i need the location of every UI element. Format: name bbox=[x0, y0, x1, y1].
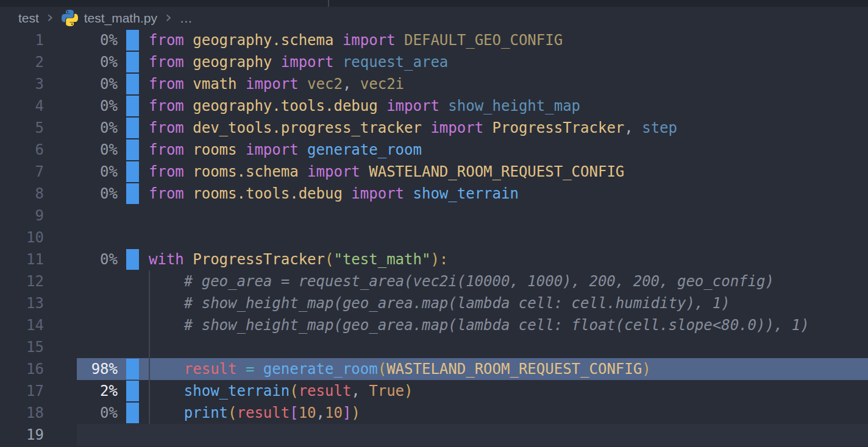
profile-bar bbox=[126, 359, 139, 379]
line-number[interactable]: 2 bbox=[0, 51, 44, 73]
line-number[interactable]: 5 bbox=[0, 117, 44, 139]
token-com: # show_height_map(geo_area.map(lambda ce… bbox=[149, 317, 809, 334]
token-kw: from bbox=[149, 185, 184, 202]
code-line[interactable]: 12 # geo_area = request_area(vec2i(10000… bbox=[0, 270, 868, 292]
code-line[interactable]: 13 # show_height_map(geo_area.map(lambda… bbox=[0, 292, 868, 314]
indent-guide bbox=[149, 336, 150, 358]
token-kw: from bbox=[149, 76, 184, 93]
profile-bar bbox=[126, 30, 139, 51]
token-kw: from bbox=[149, 119, 184, 136]
profile-percentage: 0% bbox=[44, 248, 118, 270]
code-text[interactable]: from geography import request_area bbox=[149, 51, 868, 73]
profile-percentage: 0% bbox=[44, 29, 118, 51]
line-number[interactable]: 4 bbox=[0, 95, 44, 117]
line-number[interactable]: 15 bbox=[0, 336, 44, 358]
breadcrumb-folder[interactable]: test bbox=[18, 11, 39, 26]
profile-bar bbox=[126, 183, 139, 204]
profile-percentage: 0% bbox=[44, 183, 118, 205]
profile-percentage: 0% bbox=[44, 402, 118, 424]
code-text[interactable]: from geography.schema import DEFAULT_GEO… bbox=[149, 29, 868, 51]
line-number[interactable]: 10 bbox=[0, 227, 44, 248]
line-number[interactable]: 6 bbox=[0, 139, 44, 161]
code-line[interactable]: 180% print(result[10,10]) bbox=[0, 402, 868, 424]
line-number[interactable]: 11 bbox=[0, 248, 44, 270]
code-line[interactable]: 9 bbox=[0, 205, 868, 227]
code-text[interactable]: from rooms import generate_room bbox=[149, 139, 868, 161]
token-kw: from bbox=[149, 163, 184, 180]
code-line[interactable]: 172% show_terrain(result, True) bbox=[0, 380, 868, 402]
line-number[interactable]: 12 bbox=[0, 270, 44, 292]
code-text[interactable]: from rooms.tools.debug import show_terra… bbox=[149, 183, 868, 205]
line-number[interactable]: 8 bbox=[0, 183, 44, 205]
line-number[interactable]: 13 bbox=[0, 292, 44, 314]
code-line[interactable]: 40%from geography.tools.debug import sho… bbox=[0, 95, 868, 117]
token-fn: show_terrain bbox=[149, 382, 290, 399]
code-text[interactable]: from vmath import vec2, vec2i bbox=[149, 73, 868, 95]
tab-separator bbox=[328, 0, 329, 7]
profile-bar bbox=[126, 139, 139, 160]
code-text[interactable]: with ProgressTracker("test_math"): bbox=[149, 248, 868, 270]
profile-percentage: 0% bbox=[44, 51, 118, 73]
token-kw: from bbox=[149, 141, 184, 158]
token-kw: from bbox=[149, 54, 184, 71]
token-pun: , bbox=[351, 382, 360, 399]
code-text[interactable]: # show_height_map(geo_area.map(lambda ce… bbox=[149, 292, 868, 314]
token-mod: WASTELAND_ROOM_REQUEST_CONFIG bbox=[386, 361, 642, 378]
token-op: = bbox=[237, 361, 263, 378]
line-number[interactable]: 1 bbox=[0, 29, 44, 51]
code-line[interactable]: 10%from geography.schema import DEFAULT_… bbox=[0, 29, 868, 51]
token-kw: import bbox=[237, 141, 299, 158]
python-icon bbox=[62, 10, 78, 26]
profile-bar bbox=[126, 118, 139, 138]
profile-percentage: 0% bbox=[44, 161, 118, 183]
code-line[interactable]: 70%from rooms.schema import WASTELAND_RO… bbox=[0, 161, 868, 183]
token-fn: generate_room bbox=[299, 141, 422, 158]
token-mod: vmath bbox=[184, 76, 237, 93]
token-mod: rooms.tools.debug bbox=[184, 185, 343, 202]
chevron-right-icon: › bbox=[165, 11, 172, 23]
line-number[interactable]: 16 bbox=[0, 358, 44, 380]
token-kw: import bbox=[237, 76, 299, 93]
token-fndim: request_area bbox=[333, 54, 448, 71]
code-editor[interactable]: 10%from geography.schema import DEFAULT_… bbox=[0, 29, 868, 446]
code-line[interactable]: 80%from rooms.tools.debug import show_te… bbox=[0, 183, 868, 205]
token-kw: import bbox=[299, 163, 360, 180]
code-line[interactable]: 15 bbox=[0, 336, 868, 358]
line-number[interactable]: 17 bbox=[0, 380, 44, 402]
code-text[interactable]: show_terrain(result, True) bbox=[149, 380, 868, 402]
token-kw: from bbox=[149, 32, 184, 49]
code-text[interactable]: # geo_area = request_area(vec2i(10000, 1… bbox=[149, 270, 868, 292]
breadcrumb-file[interactable]: test_math.py bbox=[84, 11, 157, 26]
tab-bar-edge bbox=[0, 0, 868, 7]
line-number[interactable]: 7 bbox=[0, 161, 44, 183]
line-number[interactable]: 9 bbox=[0, 205, 44, 227]
token-mod: ProgressTracker bbox=[184, 251, 325, 268]
code-text[interactable]: from rooms.schema import WASTELAND_ROOM_… bbox=[149, 161, 868, 183]
line-number[interactable]: 14 bbox=[0, 314, 44, 336]
code-line[interactable]: 30%from vmath import vec2, vec2i bbox=[0, 73, 868, 95]
code-line[interactable]: 50%from dev_tools.progress_tracker impor… bbox=[0, 117, 868, 139]
profile-bar bbox=[126, 403, 139, 423]
line-number[interactable]: 19 bbox=[0, 424, 44, 446]
line-number[interactable]: 3 bbox=[0, 73, 44, 95]
code-line[interactable]: 60%from rooms import generate_room bbox=[0, 139, 868, 161]
code-text[interactable]: print(result[10,10]) bbox=[149, 402, 868, 424]
token-pun: , bbox=[343, 76, 351, 93]
code-line[interactable]: 1698% result = generate_room(WASTELAND_R… bbox=[0, 358, 868, 380]
token-p1: ) bbox=[351, 404, 360, 421]
line-number[interactable]: 18 bbox=[0, 402, 44, 424]
code-line[interactable]: 14 # show_height_map(geo_area.map(lambda… bbox=[0, 314, 868, 336]
code-line[interactable]: 19 bbox=[0, 424, 868, 446]
code-text[interactable]: result = generate_room(WASTELAND_ROOM_RE… bbox=[149, 358, 868, 380]
token-var: result bbox=[149, 361, 237, 378]
code-text[interactable]: # show_height_map(geo_area.map(lambda ce… bbox=[149, 314, 868, 336]
breadcrumb-symbol[interactable]: … bbox=[180, 11, 193, 26]
code-line[interactable]: 10 bbox=[0, 227, 868, 248]
code-line[interactable]: 110%with ProgressTracker("test_math"): bbox=[0, 248, 868, 270]
token-p1: ( bbox=[378, 361, 386, 378]
breadcrumb: test › test_math.py › … bbox=[0, 7, 868, 29]
token-com: # show_height_map(geo_area.map(lambda ce… bbox=[149, 295, 730, 312]
code-text[interactable]: from geography.tools.debug import show_h… bbox=[149, 95, 868, 117]
code-text[interactable]: from dev_tools.progress_tracker import P… bbox=[149, 117, 868, 139]
code-line[interactable]: 20%from geography import request_area bbox=[0, 51, 868, 73]
